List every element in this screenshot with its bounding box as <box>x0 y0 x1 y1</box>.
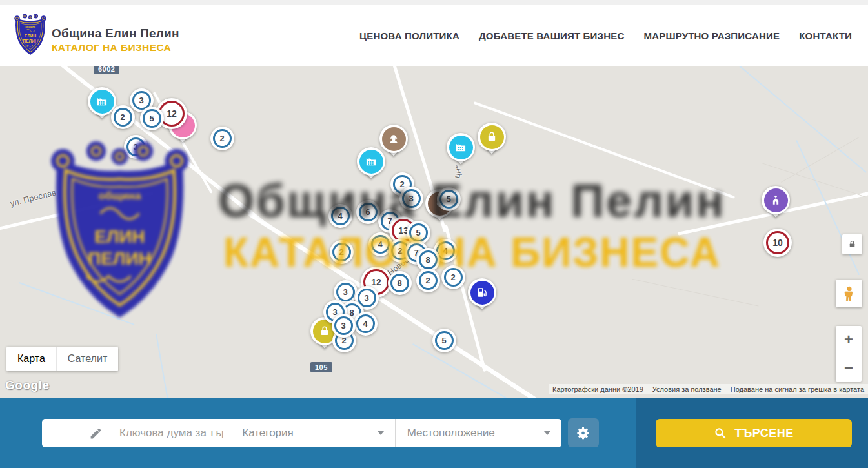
google-logo[interactable]: Google <box>5 378 49 392</box>
chevron-down-icon <box>544 431 550 435</box>
nav-route-schedule[interactable]: МАРШРУТНО РАЗПИСАНИЕ <box>643 30 780 41</box>
road-badge: 6002 <box>94 66 119 74</box>
top-strip <box>0 0 868 5</box>
zoom-in-button[interactable]: + <box>836 326 862 354</box>
map-attribution: Картографски данни ©2019Условия за ползв… <box>549 384 868 394</box>
cluster-marker[interactable]: 3 <box>332 314 356 338</box>
search-bar: Категория Местоположение ТЪРСЕНЕ <box>0 398 868 468</box>
search-fields: Категория Местоположение <box>42 419 561 447</box>
parcel-line <box>781 137 860 183</box>
parcel-line <box>632 279 759 307</box>
cluster-marker[interactable]: 3 <box>399 187 423 210</box>
advanced-settings-button[interactable] <box>568 418 599 447</box>
cluster-marker[interactable]: 2 <box>416 269 440 292</box>
location-label: Местоположение <box>407 427 495 440</box>
cluster-count: 6 <box>359 203 378 221</box>
cluster-marker[interactable]: 4 <box>328 204 352 228</box>
cluster-count: 2 <box>332 243 351 261</box>
cluster-count: 3 <box>402 189 421 208</box>
cluster-marker[interactable]: 2 <box>330 240 354 264</box>
chevron-down-icon <box>378 431 384 435</box>
cluster-marker[interactable]: 5 <box>437 187 461 211</box>
site-subtitle: КАТАЛОГ НА БИЗНЕСА <box>52 42 179 54</box>
cluster-marker[interactable]: 8 <box>416 248 440 272</box>
search-button[interactable]: ТЪРСЕНЕ <box>656 419 852 447</box>
pin-disc <box>468 278 496 307</box>
cluster-marker[interactable]: 6 <box>356 200 380 224</box>
pegman-icon <box>841 284 858 303</box>
location-select[interactable]: Местоположение <box>395 419 561 447</box>
category-label: Категория <box>242 427 293 440</box>
cluster-count: 8 <box>419 250 438 269</box>
map-type-control: Карта Сателит <box>6 347 118 371</box>
lock-button[interactable] <box>842 234 862 254</box>
cluster-marker[interactable]: 10 <box>763 229 792 257</box>
cluster-count: 2 <box>213 129 232 148</box>
keyword-field <box>42 419 230 447</box>
stream-line <box>735 66 867 173</box>
search-button-label: ТЪРСЕНЕ <box>734 427 794 440</box>
site-title: Община Елин Пелин <box>52 26 179 41</box>
municipality-logo[interactable]: община ЕЛИН ПЕЛИН <box>14 13 46 56</box>
watermark-shield-logo: община ЕЛИН ПЕЛИН <box>50 137 189 321</box>
watermark-title: Община Елин Пелин <box>218 174 726 227</box>
nav-add-business[interactable]: ДОБАВЕТЕ ВАШИЯТ БИЗНЕС <box>479 30 624 41</box>
pin-disc <box>447 133 475 161</box>
attribution-link[interactable]: Условия за ползване <box>652 385 722 393</box>
attribution-text: Картографски данни ©2019 <box>552 385 643 393</box>
svg-text:ЕЛИН: ЕЛИН <box>25 34 37 38</box>
svg-text:община: община <box>25 25 35 28</box>
main-nav: ЦЕНОВА ПОЛИТИКА ДОБАВЕТЕ ВАШИЯТ БИЗНЕС М… <box>359 5 852 66</box>
cluster-marker[interactable]: 2 <box>210 127 234 150</box>
factory-icon <box>359 150 383 174</box>
zoom-out-button[interactable]: − <box>836 354 862 382</box>
cluster-count: 5 <box>435 331 454 350</box>
header: община ЕЛИН ПЕЛИН Община Елин Пелин КАТА… <box>0 5 868 66</box>
factory-pin-marker[interactable] <box>446 132 476 168</box>
fuel-icon <box>470 281 494 305</box>
cluster-count: 5 <box>143 109 161 128</box>
church-pin-marker[interactable] <box>761 185 791 221</box>
pencil-icon <box>89 427 103 440</box>
nav-contacts[interactable]: КОНТАКТИ <box>799 30 852 41</box>
attribution-link[interactable]: Подаване на сигнал за грешка в картата <box>731 385 864 393</box>
bag-pin-marker[interactable] <box>477 122 507 158</box>
street-label: ул. Преслав <box>9 187 57 208</box>
cluster-marker[interactable]: 4 <box>354 312 378 336</box>
bag-icon <box>480 125 504 149</box>
map-canvas[interactable]: 6002105ул. Преславбул. „Новоселцици" 312… <box>0 66 868 398</box>
page: община ЕЛИН ПЕЛИН Община Елин Пелин КАТА… <box>0 0 868 468</box>
road-badge: 105 <box>310 362 332 372</box>
factory-pin-marker[interactable] <box>356 147 386 183</box>
cluster-marker[interactable]: 5 <box>432 329 456 352</box>
stream-line <box>156 334 168 398</box>
cluster-count: 4 <box>371 235 390 254</box>
map-type-satellite-button[interactable]: Сателит <box>56 347 118 371</box>
cluster-count: 2 <box>444 268 463 287</box>
road-line <box>474 101 735 199</box>
keyword-input[interactable] <box>118 426 224 440</box>
fuel-pin-marker[interactable] <box>467 278 497 314</box>
zoom-control: + − <box>836 326 862 382</box>
cluster-count: 10 <box>766 231 789 254</box>
church-icon <box>764 188 788 212</box>
category-select[interactable]: Категория <box>230 419 394 447</box>
nav-pricing[interactable]: ЦЕНОВА ПОЛИТИКА <box>359 30 459 41</box>
site-logo[interactable]: Община Елин Пелин КАТАЛОГ НА БИЗНЕСА <box>52 26 179 54</box>
svg-text:ЕЛИН: ЕЛИН <box>94 227 145 247</box>
cluster-marker[interactable]: 3 <box>124 135 148 159</box>
cluster-marker[interactable]: 2 <box>441 265 465 289</box>
pin-disc <box>762 186 790 214</box>
cluster-marker[interactable]: 5 <box>140 107 164 130</box>
map-type-map-button[interactable]: Карта <box>6 347 56 371</box>
factory-icon <box>449 136 473 159</box>
gear-icon <box>576 426 590 440</box>
cluster-marker[interactable]: 8 <box>388 271 412 295</box>
cluster-marker[interactable]: 2 <box>111 105 135 129</box>
svg-text:ПЕЛИН: ПЕЛИН <box>23 39 38 43</box>
cluster-count: 4 <box>356 314 375 333</box>
cluster-count: 3 <box>334 316 353 335</box>
stream-line <box>19 282 134 325</box>
pegman-button[interactable] <box>836 280 862 307</box>
factory-icon <box>90 90 114 114</box>
